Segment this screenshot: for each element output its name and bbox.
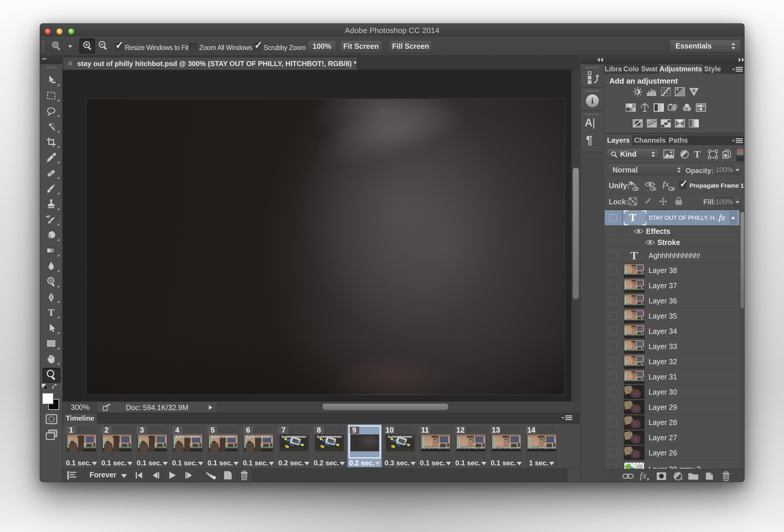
svg-text:▾: ▾: [681, 477, 682, 481]
svg-text:fx: fx: [663, 180, 669, 188]
